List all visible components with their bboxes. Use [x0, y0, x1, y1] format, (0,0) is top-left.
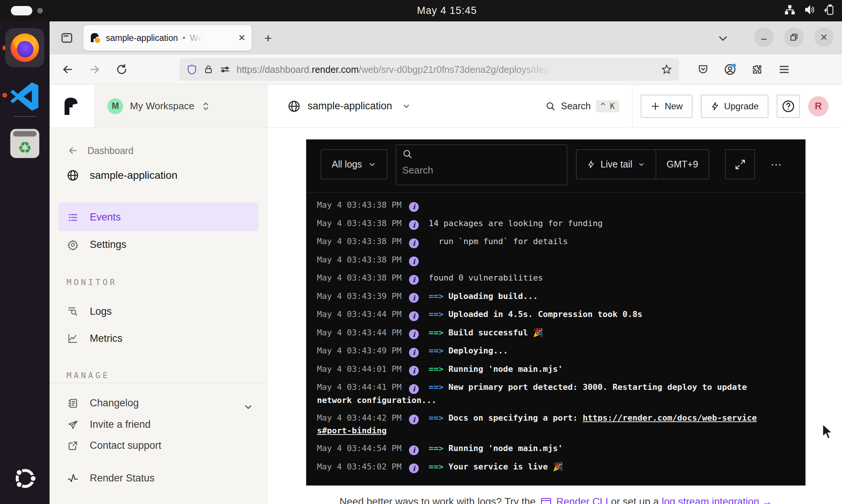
close-button[interactable]	[814, 27, 834, 47]
account-icon[interactable]	[723, 62, 738, 77]
more-options-icon[interactable]: ⋯	[771, 149, 783, 179]
sidebar-item-logs[interactable]: Logs	[66, 305, 112, 317]
sidebar-back-dashboard[interactable]: Dashboard	[66, 145, 133, 156]
global-search[interactable]: Search ^ K	[545, 100, 619, 112]
log-search-input[interactable]: Search	[396, 145, 567, 185]
restore-button[interactable]	[784, 27, 804, 47]
help-button[interactable]	[777, 95, 800, 118]
live-tail-dropdown[interactable]: Live tail	[576, 150, 656, 179]
info-icon: i	[409, 329, 419, 339]
logs-label: Logs	[90, 306, 112, 317]
log-output[interactable]: May 4 03:43:38 PMi May 4 03:43:38 PMi14 …	[306, 192, 805, 486]
dock-firefox[interactable]	[5, 28, 44, 67]
service-name: sample-application	[308, 100, 392, 112]
log-arrow: ==>	[429, 382, 444, 392]
browser-tab[interactable]: sample-application • We ✕	[83, 25, 252, 51]
workspace-selector[interactable]: M My Workspace	[94, 85, 267, 127]
log-panel: All logs Search Live tail	[306, 139, 806, 486]
timezone-button[interactable]: GMT+9	[656, 150, 709, 179]
log-search-placeholder: Search	[402, 164, 561, 176]
log-row: May 4 03:45:02 PMi==>Your service is liv…	[317, 460, 761, 474]
header-divider	[632, 85, 632, 127]
sidebar-item-render-status[interactable]: Render Status	[66, 472, 155, 484]
system-tray[interactable]	[784, 4, 835, 15]
workspace-indicator-pill[interactable]	[11, 6, 32, 15]
log-row: May 4 03:44:54 PMi==>Running 'node main.…	[317, 442, 761, 455]
lock-icon[interactable]	[204, 64, 213, 75]
render-status-label: Render Status	[90, 472, 155, 484]
service-selector[interactable]: sample-application	[287, 85, 411, 127]
log-row: May 4 03:43:38 PMi	[317, 254, 761, 267]
sidebar-section-monitor: MONITOR	[66, 278, 117, 287]
log-message: Deploying...	[448, 346, 508, 355]
log-timestamp: May 4 03:43:38 PM	[317, 273, 401, 282]
tab-list-chevron-icon[interactable]	[717, 33, 729, 44]
tab-separator: •	[183, 33, 186, 43]
permissions-icon[interactable]	[219, 64, 231, 75]
navigation-toolbar: https://dashboard.render.com/web/srv-d0b…	[50, 54, 842, 85]
workspace-indicator-dot[interactable]	[37, 8, 43, 14]
log-row: May 4 03:43:39 PMi==>Uploading build...	[317, 290, 761, 303]
pocket-icon[interactable]	[696, 62, 711, 77]
ubuntu-logo-icon[interactable]	[14, 467, 37, 490]
sidebar-divider	[50, 383, 267, 383]
sidebar-item-invite[interactable]: Invite a friend	[66, 419, 151, 430]
info-icon: i	[409, 384, 419, 394]
forward-icon[interactable]	[87, 62, 102, 77]
expand-logs-button[interactable]	[725, 149, 755, 179]
system-clock[interactable]: May 4 15:45	[409, 5, 484, 17]
back-icon[interactable]	[60, 62, 75, 77]
log-stream-link[interactable]: log stream integration	[662, 496, 759, 504]
metrics-label: Metrics	[90, 333, 122, 344]
app-header: M My Workspace sample-application	[50, 85, 842, 128]
system-top-bar: May 4 15:45	[0, 0, 842, 21]
render-cli-link[interactable]: Render CLI	[556, 496, 608, 504]
tracking-protection-shield-icon[interactable]	[186, 63, 198, 75]
settings-label: Settings	[90, 239, 127, 250]
info-icon: i	[409, 293, 419, 303]
dock-trash[interactable]: ♻	[5, 124, 44, 163]
log-filter-dropdown[interactable]: All logs	[321, 149, 387, 179]
log-message: Your service is live 🎉	[448, 462, 563, 471]
search-shortcut-badge: ^ K	[596, 100, 619, 112]
user-avatar[interactable]: R	[808, 96, 828, 116]
search-icon	[545, 101, 556, 112]
sidebar-item-metrics[interactable]: Metrics	[66, 332, 122, 344]
info-icon: i	[409, 348, 419, 358]
gear-icon	[66, 239, 79, 250]
url-bar[interactable]: https://dashboard.render.com/web/srv-d0b…	[180, 58, 679, 81]
main-content: All logs Search Live tail	[268, 128, 842, 504]
render-logo[interactable]	[50, 85, 94, 127]
tab-title: sample-application	[106, 33, 178, 43]
vscode-icon	[9, 80, 41, 113]
firefox-view-icon[interactable]	[59, 30, 75, 46]
url-text[interactable]: https://dashboard.render.com/web/srv-d0b…	[237, 64, 661, 75]
changelog-chevron-icon[interactable]	[243, 402, 254, 412]
url-host: render.com	[312, 64, 359, 75]
bookmark-star-icon[interactable]	[661, 64, 672, 75]
log-row: May 4 03:43:38 PMifound 0 vulnerabilitie…	[317, 272, 761, 285]
live-tail-group: Live tail GMT+9	[576, 149, 709, 179]
browser-window: sample-application • We ✕ +	[50, 21, 842, 504]
sidebar-service[interactable]: sample-application	[66, 169, 177, 182]
sidebar-item-changelog[interactable]: Changelog	[66, 397, 139, 409]
upgrade-button[interactable]: Upgrade	[701, 95, 768, 118]
sidebar-item-settings[interactable]: Settings	[66, 239, 127, 250]
info-icon: i	[409, 366, 419, 376]
info-icon: i	[409, 202, 419, 212]
desktop-dock: ♻	[0, 21, 50, 504]
sidebar-item-contact-support[interactable]: Contact support	[66, 440, 161, 451]
events-label: Events	[90, 211, 121, 223]
minimize-button[interactable]	[754, 27, 774, 47]
sidebar-item-events[interactable]: Events	[66, 211, 121, 223]
log-arrow: ==>	[429, 462, 444, 471]
new-button[interactable]: New	[641, 95, 693, 118]
note-arrow: →	[762, 496, 772, 504]
extensions-puzzle-icon[interactable]	[750, 62, 765, 77]
reload-icon[interactable]	[114, 62, 129, 77]
service-chevron-icon	[402, 102, 411, 111]
menu-hamburger-icon[interactable]	[777, 62, 792, 77]
dock-vscode[interactable]	[5, 77, 44, 116]
new-tab-button[interactable]: +	[260, 30, 276, 46]
tab-close-icon[interactable]: ✕	[238, 33, 246, 43]
